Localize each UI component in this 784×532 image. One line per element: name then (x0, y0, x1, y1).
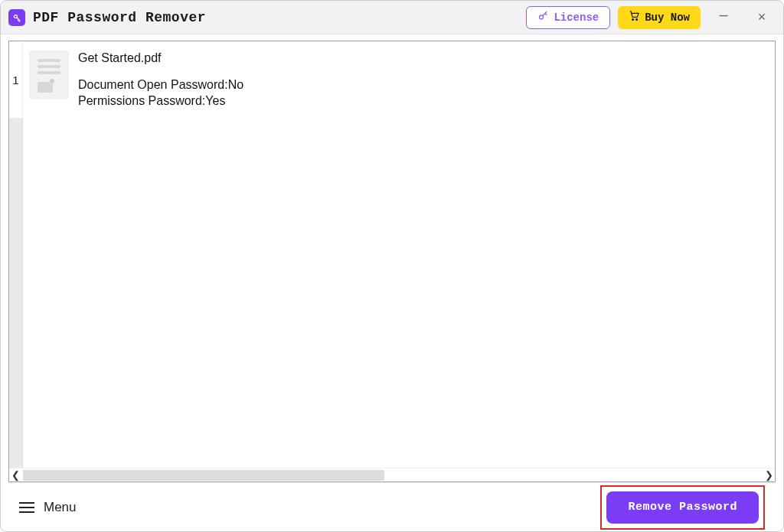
buy-now-button[interactable]: Buy Now (618, 6, 701, 29)
buy-now-label: Buy Now (645, 11, 690, 24)
file-thumbnail-icon (29, 51, 69, 100)
license-button[interactable]: License (526, 6, 610, 29)
remove-password-highlight: Remove Password (600, 485, 765, 530)
app-title: PDF Password Remover (33, 10, 206, 25)
scroll-right-arrow-icon[interactable]: ❯ (763, 469, 775, 481)
row-number-gutter: 1 (9, 41, 23, 468)
permissions-password-line: Permissions Password:Yes (78, 93, 243, 109)
license-label: License (554, 11, 599, 24)
file-name: Get Started.pdf (78, 51, 243, 67)
scrollbar-thumb[interactable] (23, 470, 384, 481)
scrollbar-track[interactable] (23, 470, 761, 481)
open-password-line: Document Open Password:No (78, 77, 243, 93)
remove-password-button[interactable]: Remove Password (606, 491, 759, 524)
app-icon (8, 9, 25, 26)
svg-point-2 (632, 19, 634, 21)
file-row[interactable]: Get Started.pdf Document Open Password:N… (28, 47, 770, 112)
minimize-button[interactable]: – (708, 6, 739, 29)
key-icon (537, 10, 549, 24)
footer-bar: Menu Remove Password (8, 482, 776, 531)
cart-icon (629, 10, 640, 24)
close-button[interactable]: × (746, 6, 777, 29)
menu-button[interactable]: Menu (19, 500, 77, 515)
file-list-frame: 1 Get Started.pdf Document Open Password… (8, 41, 776, 482)
file-list-content: Get Started.pdf Document Open Password:N… (23, 41, 775, 468)
menu-label: Menu (44, 500, 77, 515)
remove-password-label: Remove Password (628, 501, 737, 514)
title-bar: PDF Password Remover License Buy Now – (1, 1, 783, 34)
hamburger-icon (19, 502, 34, 513)
main-panel: 1 Get Started.pdf Document Open Password… (1, 34, 783, 531)
file-list-body: 1 Get Started.pdf Document Open Password… (9, 41, 775, 468)
row-number: 1 (9, 41, 23, 118)
app-window: PDF Password Remover License Buy Now – (0, 0, 784, 532)
file-meta: Get Started.pdf Document Open Password:N… (78, 51, 243, 109)
gutter-filler (9, 118, 23, 468)
horizontal-scrollbar[interactable]: ❮ ❯ (9, 468, 775, 481)
svg-point-3 (636, 19, 638, 21)
scroll-left-arrow-icon[interactable]: ❮ (9, 469, 21, 481)
